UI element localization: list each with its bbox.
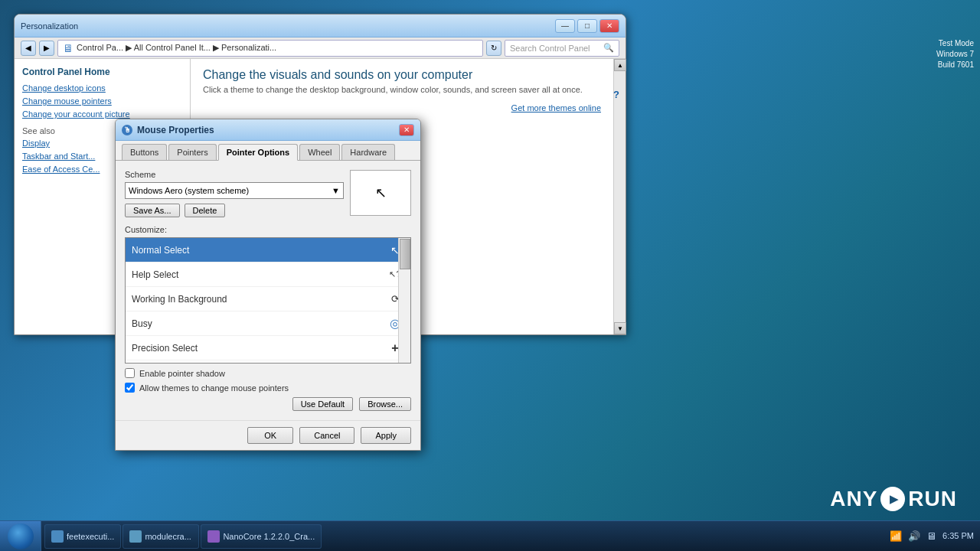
sidebar-link-mouse[interactable]: Change mouse pointers xyxy=(22,96,182,106)
cursor-preview-box: ↖ xyxy=(350,170,411,216)
list-item-normal-select-label: Normal Select xyxy=(132,245,386,256)
search-box[interactable]: Search Control Panel 🔍 xyxy=(505,40,619,57)
start-orb[interactable] xyxy=(8,523,34,549)
scheme-dropdown[interactable]: Windows Aero (system scheme) ▼ xyxy=(125,182,344,199)
cp-title: Personalization xyxy=(21,21,78,31)
taskbar-icon-module xyxy=(129,530,142,543)
nav-forward-button[interactable]: ▶ xyxy=(39,41,54,56)
dropdown-arrow-icon: ▼ xyxy=(332,186,340,195)
mouse-properties-dialog: 🖱 Mouse Properties ✕ Buttons Pointers Po… xyxy=(115,119,421,451)
test-mode-line3: Build 7601 xyxy=(936,60,974,70)
search-placeholder: Search Control Panel xyxy=(510,44,590,53)
list-item-help-select[interactable]: Help Select ↖? xyxy=(126,262,410,287)
scroll-down-arrow[interactable]: ▼ xyxy=(614,322,626,334)
dialog-title-icon: 🖱 xyxy=(122,125,132,135)
checkbox-shadow-label: Enable pointer shadow xyxy=(139,369,225,378)
cp-minimize-button[interactable]: — xyxy=(555,19,575,33)
taskbar-icon-nanocore xyxy=(207,530,220,543)
scheme-buttons: Save As... Delete xyxy=(125,204,344,217)
list-item-busy-label: Busy xyxy=(132,318,386,329)
customize-label: Customize: xyxy=(125,225,411,234)
sidebar-link-desktop-icons[interactable]: Change desktop icons xyxy=(22,83,182,93)
cp-main-title: Change the visuals and sounds on your co… xyxy=(203,68,601,82)
cp-help-button[interactable]: ? xyxy=(610,88,622,100)
delete-button[interactable]: Delete xyxy=(185,204,226,217)
taskbar-label-nanocore: NanoCore 1.2.2.0_Cra... xyxy=(223,532,315,541)
taskbar-label-module: modulecra... xyxy=(145,532,191,541)
list-item-normal-select[interactable]: Normal Select ↖ xyxy=(126,238,410,262)
tray-monitor-icon[interactable]: 🖥 xyxy=(926,530,936,542)
cp-right-scroll[interactable]: ▲ ▼ xyxy=(613,59,626,334)
dialog-title-text: Mouse Properties xyxy=(137,125,214,135)
cancel-button[interactable]: Cancel xyxy=(299,427,354,444)
clock: 6:35 PM xyxy=(942,530,974,541)
test-mode-line2: Windows 7 xyxy=(936,49,974,60)
checkbox-themes-row: Allow themes to change mouse pointers xyxy=(125,383,411,393)
breadcrumb-text: Control Pa... ▶ All Control Panel It... … xyxy=(77,43,276,53)
checkbox-shadow[interactable] xyxy=(125,368,135,378)
checkbox-shadow-row: Enable pointer shadow xyxy=(125,368,411,378)
taskbar-item-module[interactable]: modulecra... xyxy=(122,524,199,549)
list-item-working-background[interactable]: Working In Background ⟳ xyxy=(126,287,410,311)
ok-button[interactable]: OK xyxy=(247,427,293,444)
tab-buttons[interactable]: Buttons xyxy=(122,144,167,160)
cursor-list[interactable]: Normal Select ↖ Help Select ↖? Working I… xyxy=(125,237,411,364)
desktop: Personalization — □ ✕ ◀ ▶ 🖥 Control Pa..… xyxy=(0,0,980,551)
get-themes-link[interactable]: Get more themes online xyxy=(203,103,601,112)
nav-refresh-button[interactable]: ↻ xyxy=(486,41,501,56)
use-default-button[interactable]: Use Default xyxy=(292,397,353,411)
scheme-section: Scheme Windows Aero (system scheme) ▼ Sa… xyxy=(125,170,411,217)
breadcrumb-icon: 🖥 xyxy=(63,42,74,54)
list-item-working-background-label: Working In Background xyxy=(132,294,386,305)
list-item-busy[interactable]: Busy ◎ xyxy=(126,311,410,336)
scheme-value: Windows Aero (system scheme) xyxy=(129,186,249,195)
start-button[interactable] xyxy=(0,521,41,552)
cursor-preview-icon: ↖ xyxy=(375,184,387,201)
cp-main-subtitle: Click a theme to change the desktop back… xyxy=(203,85,601,94)
tab-wheel[interactable]: Wheel xyxy=(299,144,340,160)
dialog-body: Scheme Windows Aero (system scheme) ▼ Sa… xyxy=(116,161,420,420)
cp-nav: ◀ ▶ 🖥 Control Pa... ▶ All Control Panel … xyxy=(15,37,626,59)
anyrun-play-icon: ▶ xyxy=(880,487,905,511)
cp-close-button[interactable]: ✕ xyxy=(599,19,619,33)
list-item-help-select-label: Help Select xyxy=(132,269,386,280)
scheme-label: Scheme xyxy=(125,170,344,179)
tab-hardware[interactable]: Hardware xyxy=(341,144,395,160)
test-mode-line1: Test Mode xyxy=(936,38,974,49)
taskbar-item-feetexecuti[interactable]: feetexecuti... xyxy=(44,524,121,549)
test-mode-badge: Test Mode Windows 7 Build 7601 xyxy=(936,38,974,70)
action-buttons: Use Default Browse... xyxy=(125,397,411,411)
taskbar-label-feetexecuti: feetexecuti... xyxy=(67,532,114,541)
anyrun-text-any: ANY xyxy=(830,487,877,511)
tray-volume-icon[interactable]: 🔊 xyxy=(908,530,920,542)
checkbox-themes[interactable] xyxy=(125,383,135,393)
save-as-button[interactable]: Save As... xyxy=(125,204,180,217)
taskbar-icon-feetexecuti xyxy=(51,530,64,543)
nav-back-button[interactable]: ◀ xyxy=(21,41,36,56)
cp-maximize-button[interactable]: □ xyxy=(577,19,597,33)
dialog-close-button[interactable]: ✕ xyxy=(399,124,414,136)
browse-button[interactable]: Browse... xyxy=(359,397,411,411)
dialog-footer: OK Cancel Apply xyxy=(116,420,420,450)
system-tray: 📶 🔊 🖥 6:35 PM xyxy=(884,530,980,542)
anyrun-logo: ANY ▶ RUN xyxy=(830,487,957,511)
search-icon: 🔍 xyxy=(603,43,614,53)
sidebar-link-account[interactable]: Change your account picture xyxy=(22,109,182,119)
sidebar-home-link[interactable]: Control Panel Home xyxy=(22,67,182,77)
taskbar-item-nanocore[interactable]: NanoCore 1.2.2.0_Cra... xyxy=(201,524,322,549)
list-item-precision-select[interactable]: Precision Select + xyxy=(126,336,410,360)
anyrun-text-run: RUN xyxy=(908,487,957,511)
scroll-up-arrow[interactable]: ▲ xyxy=(614,59,626,71)
tab-pointers[interactable]: Pointers xyxy=(168,144,216,160)
apply-button[interactable]: Apply xyxy=(361,427,411,444)
tray-network-icon[interactable]: 📶 xyxy=(890,530,902,542)
cp-titlebar: Personalization — □ ✕ xyxy=(15,15,626,37)
tab-bar: Buttons Pointers Pointer Options Wheel H… xyxy=(116,141,420,161)
taskbar: feetexecuti... modulecra... NanoCore 1.2… xyxy=(0,520,980,551)
clock-time: 6:35 PM xyxy=(942,530,974,541)
list-scrollbar[interactable] xyxy=(398,238,410,363)
checkbox-themes-label: Allow themes to change mouse pointers xyxy=(139,383,289,393)
scrollbar-thumb[interactable] xyxy=(400,239,410,269)
dialog-titlebar: 🖱 Mouse Properties ✕ xyxy=(116,119,420,141)
tab-pointer-options[interactable]: Pointer Options xyxy=(218,144,299,161)
